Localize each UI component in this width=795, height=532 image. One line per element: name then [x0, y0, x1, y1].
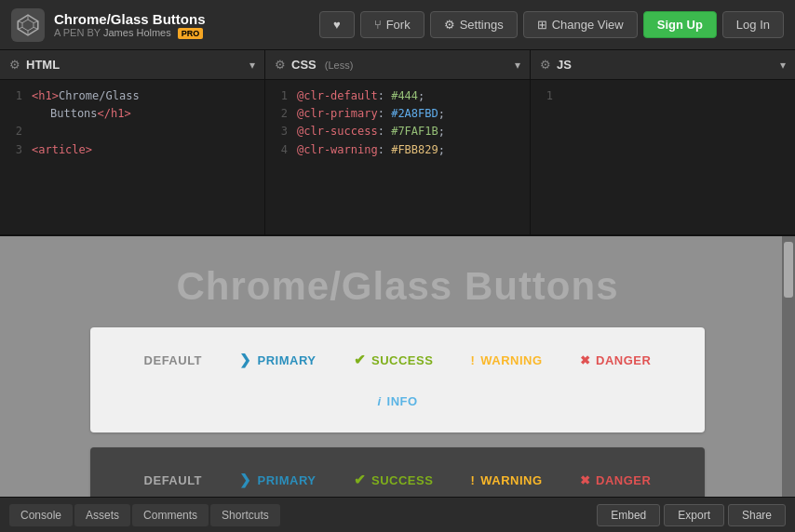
console-tab-label: Console — [20, 509, 61, 522]
code-line: 3 <article> — [9, 141, 255, 159]
success-button-light[interactable]: ✔ SUCCESS — [343, 346, 445, 374]
change-view-label: Change View — [552, 18, 624, 32]
warning-label: WARNING — [480, 353, 542, 367]
bottom-actions: Embed Export Share — [597, 504, 786, 526]
settings-button[interactable]: ⚙ Settings — [430, 11, 518, 38]
embed-label: Embed — [611, 509, 646, 522]
chevron-right-icon-dark: ❯ — [239, 472, 252, 488]
fork-label: Fork — [386, 18, 411, 32]
info-button-light[interactable]: i INFO — [366, 389, 428, 414]
html-header-left: ⚙ HTML — [9, 58, 60, 72]
comments-tab[interactable]: Comments — [132, 504, 209, 526]
top-bar: Chrome/Glass Buttons A PEN BY James Holm… — [0, 0, 795, 50]
pen-title-area: Chrome/Glass Buttons A PEN BY James Holm… — [54, 11, 206, 38]
pen-author[interactable]: James Holmes — [103, 27, 171, 38]
html-editor-header: ⚙ HTML ▾ — [0, 50, 264, 80]
warning-button-light[interactable]: ! WARNING — [459, 348, 553, 373]
pen-meta-prefix: A PEN BY — [54, 27, 101, 38]
checkmark-icon: ✔ — [354, 352, 367, 368]
exclamation-icon-dark: ! — [470, 473, 475, 487]
login-button[interactable]: Log In — [722, 11, 784, 38]
signup-button[interactable]: Sign Up — [643, 11, 717, 38]
preview-title: Chrome/Glass Buttons — [176, 264, 618, 309]
change-view-button[interactable]: ⊞ Change View — [523, 11, 638, 38]
assets-tab[interactable]: Assets — [74, 504, 130, 526]
js-editor: ⚙ JS ▾ 1 — [531, 50, 795, 234]
primary-label: PRIMARY — [258, 353, 317, 367]
exclamation-icon: ! — [470, 353, 475, 367]
shortcuts-tab[interactable]: Shortcuts — [210, 504, 280, 526]
shortcuts-tab-label: Shortcuts — [222, 509, 269, 522]
code-line: 1 <h1>Chrome/Glass — [9, 87, 255, 105]
fork-icon: ⑂ — [374, 18, 382, 32]
pen-title: Chrome/Glass Buttons — [54, 11, 206, 27]
export-label: Export — [678, 509, 710, 522]
codepen-logo-icon — [11, 8, 45, 42]
js-gear-icon[interactable]: ⚙ — [540, 58, 551, 72]
console-tab[interactable]: Console — [9, 504, 73, 526]
warning-label-dark: WARNING — [480, 473, 542, 487]
heart-icon: ♥ — [333, 18, 341, 32]
preview-area: Chrome/Glass Buttons DEFAULT ❯ PRIMARY ✔… — [0, 236, 795, 497]
bottom-tabs: Console Assets Comments Shortcuts — [9, 504, 280, 526]
code-line: 1 — [540, 87, 786, 105]
default-label-dark: DEFAULT — [144, 473, 202, 487]
assets-tab-label: Assets — [86, 509, 119, 522]
primary-label-dark: PRIMARY — [258, 473, 317, 487]
danger-button-light[interactable]: ✖ DANGER — [569, 348, 663, 373]
css-editor-title: CSS — [291, 58, 317, 72]
bottom-bar: Console Assets Comments Shortcuts Embed … — [0, 497, 795, 532]
success-label: SUCCESS — [371, 353, 433, 367]
code-line: 2 @clr-primary: #2A8FBD; — [275, 105, 520, 123]
change-view-icon: ⊞ — [537, 18, 547, 32]
button-group-light: DEFAULT ❯ PRIMARY ✔ SUCCESS ! WARNING ✖ … — [90, 327, 705, 432]
default-label: DEFAULT — [144, 353, 202, 367]
css-editor-header: ⚙ CSS (Less) ▾ — [265, 50, 530, 80]
preview-scrollbar[interactable] — [782, 236, 795, 497]
embed-button[interactable]: Embed — [597, 504, 660, 526]
code-line: 3 @clr-success: #7FAF1B; — [275, 123, 520, 140]
share-button[interactable]: Share — [728, 504, 786, 526]
default-button-light[interactable]: DEFAULT — [133, 348, 213, 373]
gear-icon: ⚙ — [444, 18, 455, 32]
signup-label: Sign Up — [657, 18, 703, 32]
default-button-dark[interactable]: DEFAULT — [133, 468, 213, 493]
primary-button-light[interactable]: ❯ PRIMARY — [228, 346, 327, 374]
heart-button[interactable]: ♥ — [319, 11, 355, 38]
html-code-area[interactable]: 1 <h1>Chrome/Glass Buttons</h1> 2 3 <art… — [0, 80, 264, 234]
x-icon: ✖ — [580, 353, 591, 367]
danger-label: DANGER — [596, 353, 651, 367]
primary-button-dark[interactable]: ❯ PRIMARY — [228, 466, 327, 494]
success-button-dark[interactable]: ✔ SUCCESS — [343, 466, 445, 494]
js-editor-header: ⚙ JS ▾ — [531, 50, 795, 80]
code-line: 1 @clr-default: #444; — [275, 87, 520, 105]
info-label: INFO — [387, 394, 418, 408]
css-gear-icon[interactable]: ⚙ — [275, 58, 286, 72]
code-line: Buttons</h1> — [9, 105, 255, 123]
settings-label: Settings — [460, 18, 504, 32]
logo-area: Chrome/Glass Buttons A PEN BY James Holm… — [11, 8, 206, 42]
css-chevron-icon[interactable]: ▾ — [515, 59, 520, 72]
fork-button[interactable]: ⑂ Fork — [360, 11, 424, 38]
js-header-left: ⚙ JS — [540, 58, 572, 72]
comments-tab-label: Comments — [143, 509, 197, 522]
html-editor: ⚙ HTML ▾ 1 <h1>Chrome/Glass Buttons</h1>… — [0, 50, 265, 234]
code-line: 4 @clr-warning: #FBB829; — [275, 141, 520, 159]
html-gear-icon[interactable]: ⚙ — [9, 58, 20, 72]
scrollbar-thumb[interactable] — [784, 242, 793, 298]
js-chevron-icon[interactable]: ▾ — [780, 59, 786, 72]
warning-button-dark[interactable]: ! WARNING — [459, 468, 553, 493]
html-chevron-icon[interactable]: ▾ — [249, 59, 255, 72]
pro-badge: PRO — [178, 28, 204, 39]
css-editor: ⚙ CSS (Less) ▾ 1 @clr-default: #444; 2 @… — [265, 50, 531, 234]
code-line: 2 — [9, 123, 255, 140]
export-button[interactable]: Export — [664, 504, 724, 526]
info-icon: i — [377, 394, 381, 408]
css-header-left: ⚙ CSS (Less) — [275, 58, 353, 72]
css-code-area[interactable]: 1 @clr-default: #444; 2 @clr-primary: #2… — [265, 80, 530, 234]
share-label: Share — [742, 509, 772, 522]
danger-button-dark[interactable]: ✖ DANGER — [569, 468, 663, 493]
x-icon-dark: ✖ — [580, 473, 591, 487]
login-label: Log In — [736, 18, 770, 32]
js-code-area[interactable]: 1 — [531, 80, 795, 234]
